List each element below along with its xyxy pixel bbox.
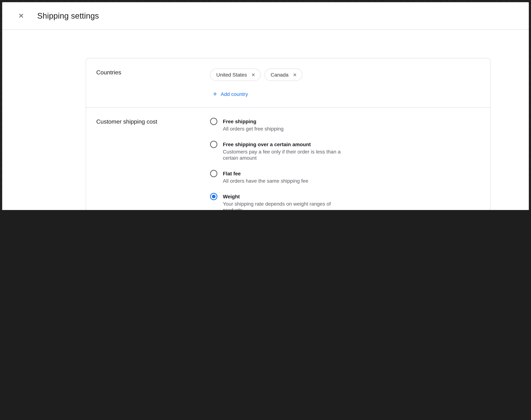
country-chip-canada[interactable]: Canada ✕	[264, 69, 302, 81]
option-title: Flat fee	[223, 170, 308, 177]
remove-canada-icon[interactable]: ✕	[293, 72, 297, 77]
country-chip-row: United States ✕ Canada ✕	[210, 69, 480, 81]
option-description: All orders get free shipping	[223, 126, 284, 132]
close-icon: ✕	[18, 12, 24, 19]
option-description: All orders have the same shipping fee	[223, 178, 308, 184]
screenshot-stage: ✕ Shipping settings Countries United Sta…	[0, 0, 531, 210]
shipping-settings-dialog: ✕ Shipping settings Countries United Sta…	[2, 2, 529, 210]
add-country-label: Add country	[221, 91, 248, 97]
free-shipping-radio-icon[interactable]	[210, 118, 217, 125]
add-country-button[interactable]: + Add country	[213, 90, 248, 97]
remove-united-states-icon[interactable]: ✕	[251, 72, 255, 77]
option-title: Free shipping over a certain amount	[223, 141, 347, 148]
radio-text: Free shipping over a certain amount Cust…	[223, 141, 347, 161]
countries-section: Countries United States ✕ Canada ✕ +	[86, 58, 490, 107]
radio-text: Weight Your shipping rate depends on wei…	[223, 193, 347, 210]
countries-content: United States ✕ Canada ✕ + Add country	[210, 69, 480, 98]
weight-radio-icon[interactable]	[210, 193, 217, 200]
flat-fee-radio-icon[interactable]	[210, 170, 217, 177]
radio-text: Free shipping All orders get free shippi…	[223, 118, 284, 132]
dialog-header: ✕ Shipping settings	[2, 2, 529, 30]
radio-option-free-shipping-over-amount[interactable]: Free shipping over a certain amount Cust…	[210, 141, 480, 161]
chip-label: United States	[216, 72, 247, 78]
settings-card: Countries United States ✕ Canada ✕ +	[86, 58, 490, 210]
shipping-cost-label: Customer shipping cost	[96, 118, 210, 210]
chip-label: Canada	[271, 72, 288, 78]
radio-option-weight[interactable]: Weight Your shipping rate depends on wei…	[210, 193, 480, 210]
radio-option-flat-fee[interactable]: Flat fee All orders have the same shippi…	[210, 170, 480, 184]
option-title: Weight	[223, 193, 347, 200]
dialog-body: Countries United States ✕ Canada ✕ +	[2, 30, 529, 210]
shipping-cost-section: Customer shipping cost Free shipping All…	[86, 107, 490, 210]
close-button[interactable]: ✕	[17, 12, 26, 20]
option-title: Free shipping	[223, 118, 284, 125]
option-description: Customers pay a fee only if their order …	[223, 149, 347, 161]
plus-icon: +	[213, 90, 217, 97]
page-title: Shipping settings	[37, 11, 99, 21]
screenshot-frame: ✕ Shipping settings Countries United Sta…	[0, 0, 531, 210]
free-shipping-over-amount-radio-icon[interactable]	[210, 141, 217, 148]
countries-label: Countries	[96, 69, 210, 98]
radio-text: Flat fee All orders have the same shippi…	[223, 170, 308, 184]
radio-option-free-shipping[interactable]: Free shipping All orders get free shippi…	[210, 118, 480, 132]
shipping-cost-options: Free shipping All orders get free shippi…	[210, 118, 480, 210]
country-chip-united-states[interactable]: United States ✕	[210, 69, 261, 81]
option-description: Your shipping rate depends on weight ran…	[223, 201, 347, 210]
